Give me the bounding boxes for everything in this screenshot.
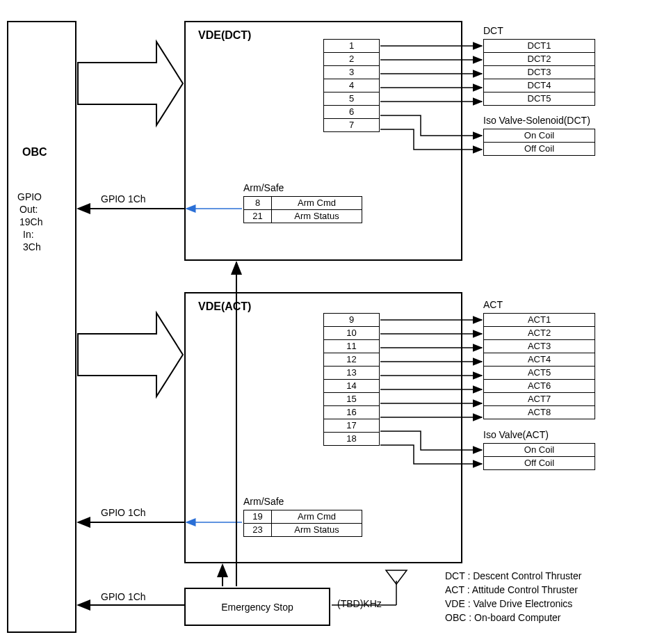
iso-act-item: On Coil	[484, 444, 595, 457]
iso-dct-items: On Coil Off Coil	[483, 129, 595, 156]
emergency-stop-box: Emergency Stop	[184, 588, 330, 626]
num-cell: 17	[324, 419, 380, 433]
num-cell: 12	[324, 353, 380, 367]
obc-box	[7, 21, 76, 633]
act-title: ACT	[483, 299, 503, 310]
num-cell: 10	[324, 327, 380, 340]
obc-gpio-out-1: GPIO	[17, 191, 42, 202]
armsafe-num: 21	[244, 210, 272, 223]
armsafe-num: 19	[244, 510, 272, 524]
act-items: ACT1 ACT2 ACT3 ACT4 ACT5 ACT6 ACT7 ACT8	[483, 313, 595, 419]
iso-act-title: Iso Valve(ACT)	[483, 429, 549, 440]
act-item: ACT1	[484, 314, 595, 327]
iso-act-items: On Coil Off Coil	[483, 443, 595, 470]
gpio-1ch-a: GPIO 1Ch	[101, 193, 146, 204]
num-cell: 7	[324, 119, 380, 132]
num-cell: 14	[324, 380, 380, 393]
dct-items: DCT1 DCT2 DCT3 DCT4 DCT5	[483, 39, 595, 106]
legend-3: VDE : Valve Drive Electronics	[445, 598, 572, 609]
legend-1: DCT : Descent Control Thruster	[445, 570, 581, 581]
num-cell: 11	[324, 340, 380, 353]
dct-item: DCT4	[484, 79, 595, 92]
antenna-label: (TBD)KHz	[337, 598, 382, 609]
act-item: ACT5	[484, 367, 595, 380]
gpio-11ch-label: GPIO 11Ch	[108, 348, 132, 370]
act-item: ACT3	[484, 340, 595, 353]
obc-gpio-out-3: 19Ch	[19, 216, 42, 227]
armsafe-num: 23	[244, 524, 272, 537]
dct-item: DCT1	[484, 40, 595, 53]
dct-item: DCT2	[484, 53, 595, 66]
obc-gpio-in-2: 3Ch	[23, 241, 41, 252]
num-cell: 2	[324, 53, 380, 66]
armsafe-text: Arm Status	[272, 524, 362, 537]
dct-title: DCT	[483, 25, 503, 36]
num-cell: 5	[324, 92, 380, 106]
dct-item: DCT5	[484, 92, 595, 106]
vde-dct-title: VDE(DCT)	[198, 29, 251, 42]
act-item: ACT2	[484, 327, 595, 340]
vde-dct-nums: 1 2 3 4 5 6 7	[323, 39, 380, 132]
act-item: ACT4	[484, 353, 595, 367]
num-cell: 18	[324, 433, 380, 446]
gpio-1ch-c: GPIO 1Ch	[101, 591, 146, 602]
armsafe-act: 19Arm Cmd 23Arm Status	[243, 510, 362, 537]
num-cell: 13	[324, 367, 380, 380]
num-cell: 9	[324, 314, 380, 327]
gpio-8ch-label: GPIO 8Ch	[108, 77, 132, 99]
obc-title: OBC	[22, 146, 47, 159]
num-cell: 6	[324, 106, 380, 119]
emergency-stop-label: Emergency Stop	[221, 602, 293, 613]
num-cell: 15	[324, 393, 380, 406]
iso-dct-item: On Coil	[484, 129, 595, 143]
gpio-1ch-b: GPIO 1Ch	[101, 507, 146, 518]
act-item: ACT8	[484, 406, 595, 419]
vde-act-nums: 9 10 11 12 13 14 15 16 17 18	[323, 313, 380, 446]
dct-item: DCT3	[484, 66, 595, 79]
armsafe-dct-label: Arm/Safe	[243, 182, 284, 193]
armsafe-dct: 8Arm Cmd 21Arm Status	[243, 196, 362, 223]
act-item: ACT7	[484, 393, 595, 406]
iso-act-item: Off Coil	[484, 457, 595, 470]
num-cell: 4	[324, 79, 380, 92]
vde-act-title: VDE(ACT)	[198, 300, 251, 313]
obc-gpio-in-1: In:	[23, 229, 34, 240]
armsafe-text: Arm Cmd	[272, 197, 362, 210]
iso-dct-title: Iso Valve-Solenoid(DCT)	[483, 115, 590, 126]
num-cell: 3	[324, 66, 380, 79]
act-item: ACT6	[484, 380, 595, 393]
armsafe-num: 8	[244, 197, 272, 210]
armsafe-text: Arm Status	[272, 210, 362, 223]
obc-gpio-out-2: Out:	[19, 204, 38, 215]
legend-4: OBC : On-board Computer	[445, 612, 561, 623]
num-cell: 16	[324, 406, 380, 419]
iso-dct-item: Off Coil	[484, 143, 595, 156]
armsafe-act-label: Arm/Safe	[243, 496, 284, 507]
legend-2: ACT : Attitude Control Thruster	[445, 584, 578, 595]
armsafe-text: Arm Cmd	[272, 510, 362, 524]
num-cell: 1	[324, 40, 380, 53]
